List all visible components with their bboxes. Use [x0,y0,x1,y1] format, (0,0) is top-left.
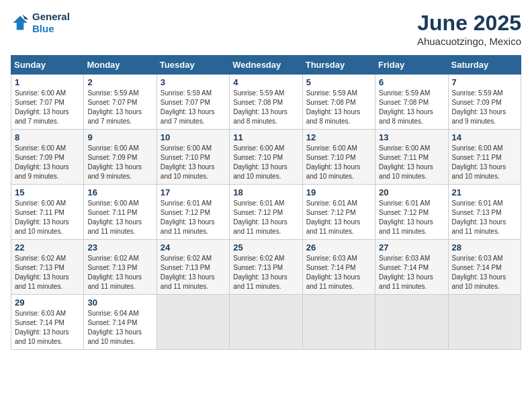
calendar-cell: 21Sunrise: 6:01 AM Sunset: 7:13 PM Dayli… [448,185,521,240]
calendar-cell: 27Sunrise: 6:03 AM Sunset: 7:14 PM Dayli… [375,240,448,295]
day-info: Sunrise: 6:00 AM Sunset: 7:11 PM Dayligh… [15,199,80,236]
calendar-cell: 9Sunrise: 6:00 AM Sunset: 7:09 PM Daylig… [84,130,157,185]
calendar-cell: 11Sunrise: 6:00 AM Sunset: 7:10 PM Dayli… [230,130,302,185]
header-day-sunday: Sunday [11,56,84,75]
calendar-cell: 24Sunrise: 6:02 AM Sunset: 7:13 PM Dayli… [157,240,229,295]
calendar-table: SundayMondayTuesdayWednesdayThursdayFrid… [11,55,521,350]
day-number: 2 [87,77,152,87]
day-number: 28 [452,242,517,253]
day-info: Sunrise: 5:59 AM Sunset: 7:07 PM Dayligh… [87,89,152,126]
day-number: 22 [15,242,80,253]
calendar-subtitle: Ahuacuotzingo, Mexico [417,36,521,47]
day-info: Sunrise: 5:59 AM Sunset: 7:07 PM Dayligh… [161,89,226,126]
calendar-cell: 4Sunrise: 5:59 AM Sunset: 7:08 PM Daylig… [230,75,302,130]
calendar-cell: 12Sunrise: 6:00 AM Sunset: 7:10 PM Dayli… [302,130,375,185]
calendar-cell: 25Sunrise: 6:02 AM Sunset: 7:13 PM Dayli… [230,240,302,295]
day-info: Sunrise: 6:02 AM Sunset: 7:13 PM Dayligh… [161,254,226,291]
day-info: Sunrise: 6:00 AM Sunset: 7:10 PM Dayligh… [161,144,226,181]
header-day-friday: Friday [375,56,448,75]
day-info: Sunrise: 5:59 AM Sunset: 7:08 PM Dayligh… [233,89,298,126]
day-info: Sunrise: 6:00 AM Sunset: 7:11 PM Dayligh… [452,144,517,181]
calendar-cell: 28Sunrise: 6:03 AM Sunset: 7:14 PM Dayli… [448,240,521,295]
calendar-cell: 16Sunrise: 6:00 AM Sunset: 7:11 PM Dayli… [84,185,157,240]
header-day-thursday: Thursday [302,56,375,75]
day-info: Sunrise: 6:01 AM Sunset: 7:13 PM Dayligh… [452,199,517,236]
calendar-cell: 3Sunrise: 5:59 AM Sunset: 7:07 PM Daylig… [157,75,229,130]
calendar-week-row: 1Sunrise: 6:00 AM Sunset: 7:07 PM Daylig… [11,75,521,130]
day-info: Sunrise: 6:04 AM Sunset: 7:14 PM Dayligh… [87,309,152,347]
day-number: 18 [233,187,298,197]
calendar-cell: 30Sunrise: 6:04 AM Sunset: 7:14 PM Dayli… [84,295,157,350]
day-info: Sunrise: 6:02 AM Sunset: 7:13 PM Dayligh… [233,254,298,291]
day-number: 25 [233,242,298,253]
calendar-week-row: 15Sunrise: 6:00 AM Sunset: 7:11 PM Dayli… [11,185,521,240]
day-info: Sunrise: 5:59 AM Sunset: 7:08 PM Dayligh… [306,89,371,126]
calendar-header-row: SundayMondayTuesdayWednesdayThursdayFrid… [11,56,521,75]
day-number: 11 [233,132,298,142]
day-info: Sunrise: 6:00 AM Sunset: 7:09 PM Dayligh… [15,144,80,181]
svg-marker-2 [23,15,29,19]
day-info: Sunrise: 5:59 AM Sunset: 7:09 PM Dayligh… [452,89,517,126]
header-day-wednesday: Wednesday [230,56,302,75]
calendar-cell: 20Sunrise: 6:01 AM Sunset: 7:12 PM Dayli… [375,185,448,240]
calendar-cell [230,295,302,350]
day-info: Sunrise: 6:00 AM Sunset: 7:10 PM Dayligh… [233,144,298,181]
calendar-cell [157,295,229,350]
day-number: 10 [161,132,226,142]
calendar-cell: 10Sunrise: 6:00 AM Sunset: 7:10 PM Dayli… [157,130,229,185]
title-block: June 2025 Ahuacuotzingo, Mexico [417,11,521,47]
header-day-saturday: Saturday [448,56,521,75]
day-info: Sunrise: 6:00 AM Sunset: 7:07 PM Dayligh… [15,89,80,126]
calendar-cell: 29Sunrise: 6:03 AM Sunset: 7:14 PM Dayli… [11,295,84,350]
day-number: 23 [87,242,152,253]
day-info: Sunrise: 6:00 AM Sunset: 7:09 PM Dayligh… [87,144,152,181]
day-info: Sunrise: 6:00 AM Sunset: 7:10 PM Dayligh… [306,144,371,181]
calendar-cell: 2Sunrise: 5:59 AM Sunset: 7:07 PM Daylig… [84,75,157,130]
day-info: Sunrise: 6:01 AM Sunset: 7:12 PM Dayligh… [306,199,371,236]
calendar-cell: 15Sunrise: 6:00 AM Sunset: 7:11 PM Dayli… [11,185,84,240]
day-info: Sunrise: 6:01 AM Sunset: 7:12 PM Dayligh… [161,199,226,236]
day-number: 15 [15,187,80,197]
calendar-cell: 14Sunrise: 6:00 AM Sunset: 7:11 PM Dayli… [448,130,521,185]
calendar-cell: 23Sunrise: 6:02 AM Sunset: 7:13 PM Dayli… [84,240,157,295]
day-info: Sunrise: 6:03 AM Sunset: 7:14 PM Dayligh… [379,254,444,291]
day-number: 29 [15,298,80,308]
calendar-cell: 19Sunrise: 6:01 AM Sunset: 7:12 PM Dayli… [302,185,375,240]
day-number: 20 [379,187,444,197]
calendar-cell: 18Sunrise: 6:01 AM Sunset: 7:12 PM Dayli… [230,185,302,240]
day-number: 21 [452,187,517,197]
calendar-cell: 6Sunrise: 5:59 AM Sunset: 7:08 PM Daylig… [375,75,448,130]
day-info: Sunrise: 6:03 AM Sunset: 7:14 PM Dayligh… [452,254,517,291]
day-info: Sunrise: 6:01 AM Sunset: 7:12 PM Dayligh… [233,199,298,236]
calendar-cell: 13Sunrise: 6:00 AM Sunset: 7:11 PM Dayli… [375,130,448,185]
header-day-tuesday: Tuesday [157,56,229,75]
day-number: 27 [379,242,444,253]
day-number: 6 [379,77,444,87]
page-header: General Blue June 2025 Ahuacuotzingo, Me… [11,11,521,47]
day-info: Sunrise: 6:03 AM Sunset: 7:14 PM Dayligh… [306,254,371,291]
day-number: 14 [452,132,517,142]
header-day-monday: Monday [84,56,157,75]
calendar-cell: 8Sunrise: 6:00 AM Sunset: 7:09 PM Daylig… [11,130,84,185]
calendar-cell: 26Sunrise: 6:03 AM Sunset: 7:14 PM Dayli… [302,240,375,295]
day-number: 9 [87,132,152,142]
day-number: 17 [161,187,226,197]
calendar-cell [448,295,521,350]
day-number: 5 [306,77,371,87]
day-info: Sunrise: 6:02 AM Sunset: 7:13 PM Dayligh… [15,254,80,291]
day-info: Sunrise: 6:01 AM Sunset: 7:12 PM Dayligh… [379,199,444,236]
calendar-week-row: 29Sunrise: 6:03 AM Sunset: 7:14 PM Dayli… [11,295,521,350]
calendar-body: 1Sunrise: 6:00 AM Sunset: 7:07 PM Daylig… [11,75,521,350]
calendar-cell: 1Sunrise: 6:00 AM Sunset: 7:07 PM Daylig… [11,75,84,130]
logo-text: General Blue [32,11,70,35]
calendar-week-row: 22Sunrise: 6:02 AM Sunset: 7:13 PM Dayli… [11,240,521,295]
day-number: 3 [161,77,226,87]
day-number: 4 [233,77,298,87]
calendar-cell [302,295,375,350]
day-number: 26 [306,242,371,253]
calendar-title: June 2025 [417,11,521,36]
logo: General Blue [11,11,70,35]
day-number: 12 [306,132,371,142]
day-info: Sunrise: 6:00 AM Sunset: 7:11 PM Dayligh… [379,144,444,181]
day-number: 8 [15,132,80,142]
